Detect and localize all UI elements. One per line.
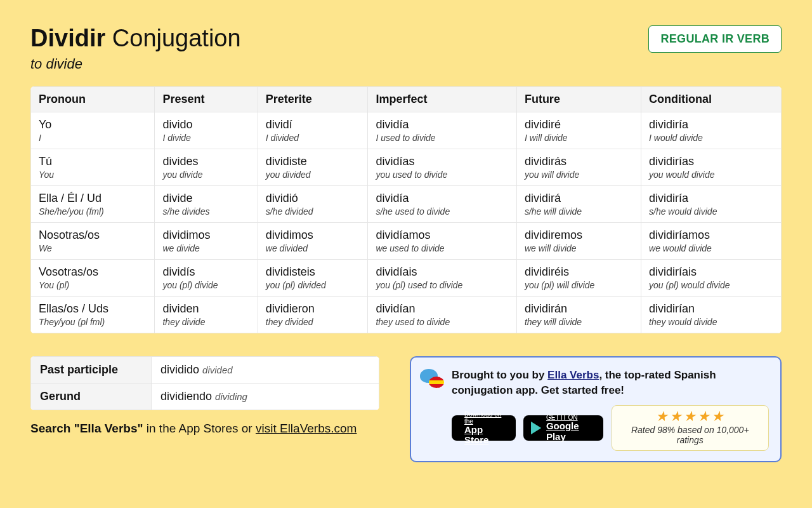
star-icon: ★★★★★ bbox=[622, 410, 759, 424]
conjugation-cell: dividías/he used to divide bbox=[368, 185, 516, 222]
speech-bubbles-icon bbox=[420, 368, 444, 392]
participle-table: Past participle dividido divided Gerund … bbox=[30, 356, 379, 410]
table-row: YoIdividoI dividedividíI divideddividíaI… bbox=[31, 112, 782, 149]
column-header: Conditional bbox=[641, 86, 782, 112]
google-play-badge[interactable]: GET IT ON Google Play bbox=[523, 415, 604, 441]
promo-box: Brought to you by Ella Verbs, the top-ra… bbox=[410, 356, 782, 463]
conjugation-cell: dividiríasyou would divide bbox=[641, 149, 782, 185]
pronoun-cell: Vosotras/osYou (pl) bbox=[31, 259, 155, 296]
conjugation-cell: dividiríaisyou (pl) would divide bbox=[641, 259, 782, 296]
gerund-label: Gerund bbox=[31, 383, 152, 410]
gerund-value: dividiendo dividing bbox=[152, 383, 379, 410]
conjugation-cell: dividiós/he divided bbox=[258, 185, 368, 222]
conjugation-cell: dividiremoswe will divide bbox=[516, 222, 641, 259]
column-header: Preterite bbox=[258, 86, 368, 112]
pronoun-cell: Ellas/os / UdsThey/you (pl fml) bbox=[31, 296, 155, 333]
table-row: Vosotras/osYou (pl)dividísyou (pl) divid… bbox=[31, 259, 782, 296]
column-header: Imperfect bbox=[368, 86, 516, 112]
ella-verbs-link[interactable]: Ella Verbs bbox=[547, 369, 599, 381]
conjugation-cell: dividimoswe divide bbox=[155, 222, 258, 259]
table-row: TúYoudividesyou dividedividisteyou divid… bbox=[31, 149, 782, 185]
conjugation-cell: dividisteyou divided bbox=[258, 149, 368, 185]
table-row: Ella / Él / UdShe/he/you (fml)divides/he… bbox=[31, 185, 782, 222]
past-participle-label: Past participle bbox=[31, 356, 152, 383]
past-participle-value: dividido divided bbox=[152, 356, 379, 383]
rating-card: ★★★★★ Rated 98% based on 10,000+ ratings bbox=[612, 405, 769, 451]
table-row: Nosotras/osWedividimoswe dividedividimos… bbox=[31, 222, 782, 259]
verb-type-badge: REGULAR IR VERB bbox=[648, 25, 782, 53]
app-store-badge[interactable]: Download on the App Store bbox=[452, 415, 516, 441]
promo-text: Brought to you by Ella Verbs, the top-ra… bbox=[452, 368, 769, 398]
conjugation-cell: dividíamoswe used to divide bbox=[368, 222, 516, 259]
conjugation-cell: dividiríamoswe would divide bbox=[641, 222, 782, 259]
conjugation-cell: dividíasyou used to divide bbox=[368, 149, 516, 185]
conjugation-cell: dividoI divide bbox=[155, 112, 258, 149]
conjugation-cell: dividimoswe divided bbox=[258, 222, 368, 259]
column-header: Pronoun bbox=[31, 86, 155, 112]
google-play-icon bbox=[531, 422, 541, 434]
conjugation-cell: dividiréisyou (pl) will divide bbox=[516, 259, 641, 296]
table-row: Ellas/os / UdsThey/you (pl fml)dividenth… bbox=[31, 296, 782, 333]
page-title: Dividir Conjugation bbox=[30, 25, 241, 52]
conjugation-cell: dividíanthey used to divide bbox=[368, 296, 516, 333]
conjugation-cell: dividenthey divide bbox=[155, 296, 258, 333]
conjugation-cell: dividiránthey will divide bbox=[516, 296, 641, 333]
column-header: Future bbox=[516, 86, 641, 112]
conjugation-cell: dividísyou (pl) divide bbox=[155, 259, 258, 296]
conjugation-cell: dividiríaI would divide bbox=[641, 112, 782, 149]
pronoun-cell: TúYou bbox=[31, 149, 155, 185]
conjugation-cell: divides/he divides bbox=[155, 185, 258, 222]
conjugation-cell: dividiréI will divide bbox=[516, 112, 641, 149]
page-subtitle: to divide bbox=[30, 56, 241, 72]
conjugation-cell: dividíI divided bbox=[258, 112, 368, 149]
ellaverbs-link[interactable]: visit EllaVerbs.com bbox=[256, 422, 357, 435]
search-instruction: Search "Ella Verbs" in the App Stores or… bbox=[30, 422, 379, 436]
conjugation-cell: dividisteisyou (pl) divided bbox=[258, 259, 368, 296]
conjugation-cell: dividíaI used to divide bbox=[368, 112, 516, 149]
conjugation-cell: dividesyou divide bbox=[155, 149, 258, 185]
conjugation-table: PronounPresentPreteriteImperfectFutureCo… bbox=[30, 86, 782, 333]
pronoun-cell: YoI bbox=[31, 112, 155, 149]
conjugation-cell: dividieronthey divided bbox=[258, 296, 368, 333]
column-header: Present bbox=[155, 86, 258, 112]
conjugation-cell: dividirás/he will divide bbox=[516, 185, 641, 222]
pronoun-cell: Nosotras/osWe bbox=[31, 222, 155, 259]
conjugation-cell: dividiríanthey would divide bbox=[641, 296, 782, 333]
conjugation-cell: dividíaisyou (pl) used to divide bbox=[368, 259, 516, 296]
conjugation-cell: dividirásyou will divide bbox=[516, 149, 641, 185]
pronoun-cell: Ella / Él / UdShe/he/you (fml) bbox=[31, 185, 155, 222]
conjugation-cell: dividirías/he would divide bbox=[641, 185, 782, 222]
